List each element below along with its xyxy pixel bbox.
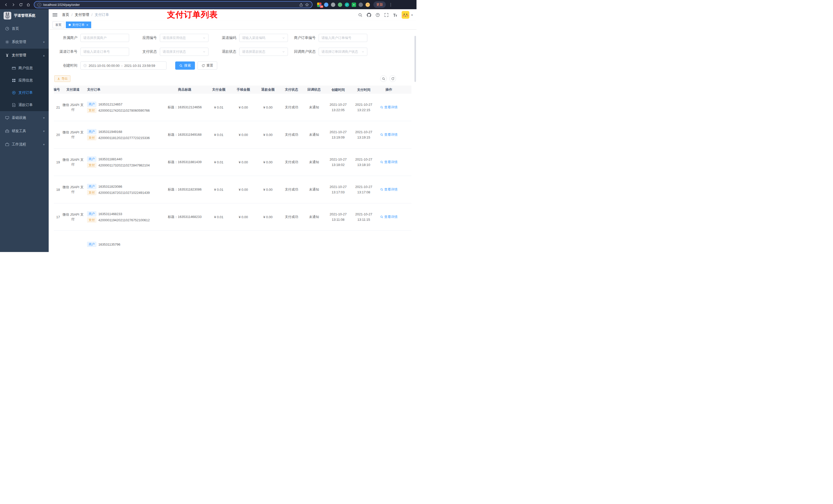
chat-extension-icon[interactable]: ● <box>352 3 356 7</box>
create-time-range-picker[interactable]: 2021-10-01 00:00:00 - 2021-10-31 23:59:5… <box>80 62 166 70</box>
sidebar-item-label: 支付管理 <box>12 53 41 57</box>
view-detail-link[interactable]: 查看详情 <box>380 160 398 164</box>
sidebar-item-home[interactable]: 首页 <box>0 22 49 35</box>
cell-actions: 查看详情 <box>377 105 401 110</box>
green-extension-icon[interactable] <box>338 3 342 7</box>
collapse-sidebar-icon[interactable] <box>52 13 57 16</box>
app-no-select[interactable]: 请选择应用信息 <box>160 34 209 42</box>
column-header-11: 操作 <box>377 87 401 92</box>
placeholder-text: 请选择所属商户 <box>83 35 106 40</box>
refresh-icon <box>19 3 23 7</box>
placeholder-text: 请选择退款状态 <box>242 49 265 54</box>
breadcrumb-item-payment[interactable]: 支付管理 <box>75 13 89 17</box>
address-bar[interactable]: i localhost:1024/pay/order <box>34 1 312 8</box>
sidebar-item-payment[interactable]: 支付管理▴ <box>0 49 49 62</box>
browser-forward-button[interactable] <box>10 1 17 8</box>
extension-toolbar: 10 ✓ ● ᴖ <box>317 3 370 7</box>
sidebar-item-system[interactable]: 系统管理▾ <box>0 35 49 49</box>
cell-pay-amount: ¥ 0.01 <box>207 188 231 192</box>
cell-product-title: 标题：1635312124656 <box>163 105 207 110</box>
sidebar-item-label: 退款订单 <box>19 103 45 107</box>
table-row: 21微信 JSAPI 支付商户1635312124657支付4200001174… <box>54 94 411 121</box>
url-text: localhost:1024/pay/order <box>43 3 297 7</box>
cell-pay-status: 支付成功 <box>280 187 303 192</box>
puzzle-extension-icon[interactable] <box>359 3 363 7</box>
tab-home[interactable]: 首页 <box>52 22 64 28</box>
owner-merchant-input[interactable]: 请选择所属商户 <box>80 34 129 42</box>
pay-tag: 支付 <box>87 135 96 140</box>
sidebar-item-merchant-info[interactable]: 商户信息 <box>0 62 49 74</box>
sidebar-item-workflow[interactable]: 工作流程▾ <box>0 138 49 151</box>
user-avatar[interactable] <box>402 11 409 19</box>
sidebar-item-label: 系统管理 <box>12 40 41 44</box>
placeholder-text: 请选择订单回调商户状态 <box>322 49 358 54</box>
toggle-search-button[interactable] <box>380 75 387 82</box>
github-icon[interactable] <box>367 13 371 17</box>
browser-refresh-button[interactable] <box>18 1 24 8</box>
view-detail-link[interactable]: 查看详情 <box>380 187 398 192</box>
opened-tabs-bar: 首页支付订单× <box>49 21 416 29</box>
filter-pay-status: 支付状态请选择支付状态 <box>133 48 209 56</box>
avatar-caret-down-icon[interactable]: ▾ <box>411 14 413 16</box>
cell-pay-amount: ¥ 0.01 <box>207 105 231 110</box>
browser-update-button[interactable]: 更新 <box>374 1 386 8</box>
reset-button[interactable]: 重置 <box>197 62 217 70</box>
pixel-extension-icon[interactable]: 10 <box>317 3 322 7</box>
view-magnifier-icon <box>380 215 383 218</box>
refresh-table-button[interactable] <box>389 75 396 82</box>
browser-menu-button[interactable]: ⋮ <box>388 2 394 7</box>
placeholder-text: 请选择支付状态 <box>163 49 186 54</box>
sidebar-item-app-info[interactable]: 应用信息 <box>0 74 49 87</box>
channel-code-select[interactable]: 请输入渠道编码 <box>239 34 288 42</box>
channel-order-no-input[interactable]: 请输入渠道订单号 <box>80 48 129 56</box>
merchant-order-no-input[interactable]: 请输入商户订单编号 <box>319 34 367 42</box>
tab-pay-order[interactable]: 支付订单× <box>66 22 91 28</box>
close-tab-icon[interactable]: × <box>86 23 88 27</box>
sidebar-item-dev-tools[interactable]: 研发工具▾ <box>0 124 49 138</box>
cell-pay-amount: ¥ 0.01 <box>207 215 231 219</box>
scrollbar-thumb[interactable] <box>414 36 416 82</box>
column-header-5: 手续金额 <box>231 87 256 92</box>
sidebar-item-pay-order[interactable]: 支付订单 <box>0 87 49 99</box>
sidebar-item-refund-order[interactable]: 退款订单 <box>0 99 49 111</box>
view-detail-link[interactable]: 查看详情 <box>380 215 398 219</box>
date-separator: - <box>121 64 122 68</box>
view-detail-link[interactable]: 查看详情 <box>380 105 398 110</box>
bookmark-star-icon[interactable] <box>305 3 309 7</box>
search-button[interactable]: 搜索 <box>175 62 195 70</box>
export-button[interactable]: 导出 <box>54 75 70 82</box>
cell-create-time: 2021-10-2713:19:09 <box>325 129 351 140</box>
order-number: 1635312124657 <box>98 102 122 106</box>
callback-status-select[interactable]: 请选择订单回调商户状态 <box>319 48 367 56</box>
refund-status-select[interactable]: 请选择退款状态 <box>239 48 288 56</box>
search-icon[interactable] <box>358 13 362 17</box>
pay-status-select[interactable]: 请选择支付状态 <box>160 48 209 56</box>
check-extension-icon[interactable]: ✓ <box>345 3 349 7</box>
cell-actions: 查看详情 <box>377 133 401 137</box>
order-number: 4200001194202110276752100612 <box>98 218 150 222</box>
gray-extension-icon[interactable] <box>331 3 335 7</box>
column-header-1: 支付渠道 <box>60 87 86 92</box>
browser-back-button[interactable] <box>3 1 9 8</box>
breadcrumb-item-home[interactable]: 首页 <box>62 13 69 17</box>
tab-label: 支付订单 <box>72 23 85 27</box>
view-detail-link[interactable]: 查看详情 <box>380 133 398 137</box>
sidebar-item-infrastructure[interactable]: 基础设施▾ <box>0 111 49 124</box>
font-size-icon[interactable] <box>393 13 397 17</box>
browser-chrome: i localhost:1024/pay/order 10 ✓ ● ᴖ 更新 ⋮ <box>0 0 416 9</box>
gear-icon <box>5 40 9 44</box>
help-icon[interactable] <box>376 13 380 17</box>
pay-order-icon <box>12 91 16 95</box>
filter-label: 创建时间 <box>54 63 80 68</box>
share-icon[interactable] <box>299 3 303 7</box>
dashboard-icon <box>5 27 9 31</box>
cell-callback-status: 未通知 <box>303 215 325 219</box>
fullscreen-icon[interactable] <box>384 13 388 17</box>
tab-label: 首页 <box>55 23 62 27</box>
cell-pay-status: 支付成功 <box>280 215 303 219</box>
browser-home-button[interactable] <box>25 1 32 8</box>
blue-drop-extension-icon[interactable] <box>324 3 328 7</box>
face-extension-icon[interactable]: ᴖ <box>365 3 370 7</box>
cell-pay-channel: 微信 JSAPI 支付 <box>60 212 86 221</box>
site-info-icon[interactable]: i <box>38 3 41 7</box>
